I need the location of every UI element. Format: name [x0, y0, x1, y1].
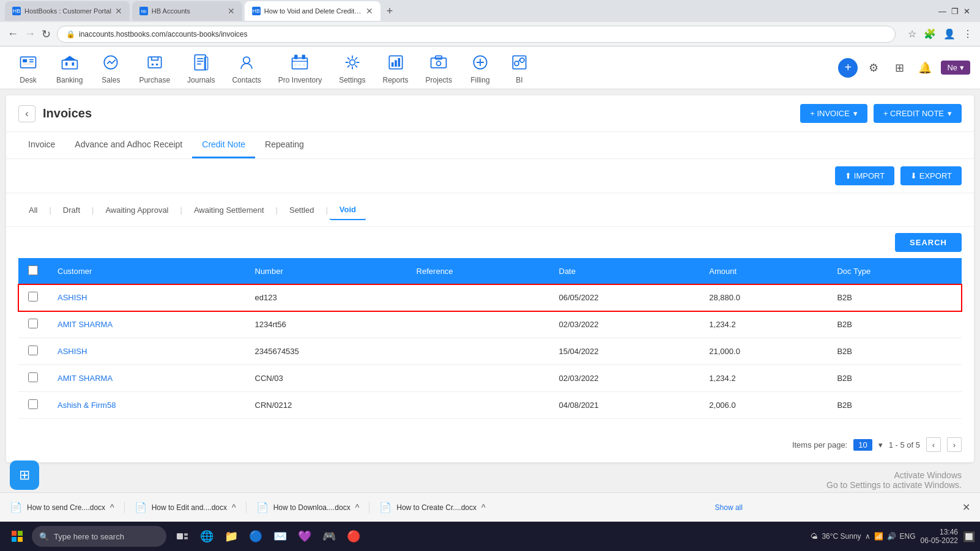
new-tab-button[interactable]: +	[383, 5, 397, 18]
download-bar-close[interactable]: ✕	[962, 501, 970, 513]
download-item-1[interactable]: 📄 How to send Cre....docx ^	[10, 501, 125, 513]
apps-icon-btn[interactable]: ⊞	[889, 58, 909, 78]
refresh-nav[interactable]: ↻	[42, 28, 51, 41]
tab-close-2[interactable]: ✕	[228, 6, 235, 16]
chevron-down-icon[interactable]: ▾	[878, 440, 883, 449]
tab-close-1[interactable]: ✕	[115, 6, 122, 16]
edge-browser-icon[interactable]: 🔵	[245, 525, 267, 547]
search-button[interactable]: SEARCH	[895, 233, 962, 252]
tab-repeating[interactable]: Repeating	[255, 132, 314, 158]
edge-icon[interactable]: 🌐	[196, 525, 218, 547]
nav-bi[interactable]: BI	[501, 46, 538, 89]
row-customer[interactable]: AMIT SHARMA	[48, 311, 245, 338]
nav-pro-inventory[interactable]: Pro Inventory	[271, 46, 329, 89]
bookmark-icon[interactable]: ☆	[908, 28, 916, 40]
row-checkbox-1[interactable]	[28, 319, 38, 328]
row-checkbox-cell[interactable]	[18, 284, 48, 311]
svg-rect-13	[197, 57, 204, 59]
nav-reports[interactable]: Reports	[376, 46, 416, 89]
row-checkbox-4[interactable]	[28, 399, 38, 409]
status-tab-awaiting-settlement[interactable]: Awaiting Settlement	[184, 200, 275, 220]
import-button[interactable]: ⬆ IMPORT	[835, 166, 894, 185]
browser-tab-2[interactable]: hb HB Accounts ✕	[132, 1, 242, 21]
row-customer[interactable]: AMIT SHARMA	[48, 365, 245, 392]
table-row[interactable]: ASHISH 2345674535 15/04/2022 21,000.0 B2…	[18, 338, 962, 365]
chrome-icon[interactable]: 🔴	[343, 525, 365, 547]
extensions-icon[interactable]: 🧩	[924, 28, 936, 40]
mail-icon[interactable]: ✉️	[269, 525, 291, 547]
select-all-checkbox[interactable]	[28, 265, 38, 275]
row-customer[interactable]: ASHISH	[48, 284, 245, 311]
nav-purchase[interactable]: Purchase	[132, 46, 177, 89]
nav-filling[interactable]: Filling	[462, 46, 499, 89]
download-chevron-2[interactable]: ^	[232, 503, 236, 512]
tab-credit-note[interactable]: Credit Note	[192, 132, 255, 158]
row-customer[interactable]: Ashish & Firm58	[48, 392, 245, 419]
status-tab-awaiting-approval[interactable]: Awaiting Approval	[95, 200, 179, 220]
items-per-page-value[interactable]: 10	[853, 439, 872, 451]
back-button[interactable]: ‹	[18, 105, 35, 122]
row-checkbox-cell[interactable]	[18, 392, 48, 419]
grid-view-button[interactable]: ⊞	[10, 460, 39, 490]
user-profile-btn[interactable]: Ne ▾	[941, 61, 970, 75]
tab-invoice[interactable]: Invoice	[18, 132, 65, 158]
row-customer[interactable]: ASHISH	[48, 338, 245, 365]
explorer-icon[interactable]: 📁	[220, 525, 242, 547]
next-page-button[interactable]: ›	[947, 437, 962, 452]
nav-settings[interactable]: Settings	[332, 46, 373, 89]
download-item-2[interactable]: 📄 How to Edit and....docx ^	[135, 501, 247, 513]
export-button[interactable]: ⬇ EXPORT	[900, 166, 962, 185]
invoice-button[interactable]: + INVOICE ▾	[800, 104, 867, 123]
download-item-3[interactable]: 📄 How to Downloa....docx ^	[256, 501, 370, 513]
download-chevron-4[interactable]: ^	[481, 503, 486, 512]
row-checkbox-2[interactable]	[28, 346, 38, 355]
tab-advance[interactable]: Advance and Adhoc Receipt	[65, 132, 192, 158]
status-tab-draft[interactable]: Draft	[53, 200, 91, 220]
nav-banking[interactable]: Banking	[49, 46, 90, 89]
download-item-4[interactable]: 📄 How to Create Cr....docx ^	[379, 501, 495, 513]
status-tab-void[interactable]: Void	[329, 199, 366, 220]
game-icon[interactable]: 🎮	[318, 525, 340, 547]
teams-icon[interactable]: 💜	[294, 525, 316, 547]
add-button[interactable]: +	[838, 58, 858, 78]
browser-tab-1[interactable]: HB HostBooks : Customer Portal ✕	[5, 1, 130, 21]
row-checkbox-3[interactable]	[28, 372, 38, 382]
download-chevron-1[interactable]: ^	[110, 503, 114, 512]
prev-page-button[interactable]: ‹	[926, 437, 941, 452]
address-input[interactable]: 🔒 inaccounts.hostbooks.com/accounts-book…	[57, 26, 896, 43]
task-view-icon[interactable]	[171, 525, 193, 547]
row-checkbox-0[interactable]	[28, 292, 38, 301]
minimize-btn[interactable]: —	[938, 7, 946, 16]
close-btn[interactable]: ✕	[963, 7, 970, 16]
profile-icon[interactable]: 👤	[943, 28, 956, 40]
up-arrow-icon[interactable]: ∧	[865, 532, 870, 541]
gear-icon-btn[interactable]: ⚙	[864, 58, 883, 78]
row-checkbox-cell[interactable]	[18, 338, 48, 365]
show-all-link[interactable]: Show all	[715, 503, 743, 512]
nav-projects[interactable]: Projects	[418, 46, 459, 89]
tab-close-3[interactable]: ✕	[366, 6, 373, 16]
row-checkbox-cell[interactable]	[18, 311, 48, 338]
row-checkbox-cell[interactable]	[18, 365, 48, 392]
credit-note-button[interactable]: + CREDIT NOTE ▾	[874, 104, 962, 123]
status-tab-settled[interactable]: Settled	[279, 200, 324, 220]
forward-nav[interactable]: →	[24, 28, 35, 40]
nav-desk[interactable]: Desk	[10, 46, 46, 89]
restore-btn[interactable]: ❐	[951, 7, 959, 16]
start-button[interactable]	[5, 524, 29, 549]
table-row[interactable]: AMIT SHARMA 1234rt56 02/03/2022 1,234.2 …	[18, 311, 962, 338]
browser-tab-3[interactable]: HB How to Void and Delete Credit N... ✕	[245, 1, 380, 21]
nav-sales[interactable]: Sales	[92, 46, 129, 89]
notifications-icon-btn[interactable]: 🔔	[915, 58, 935, 78]
table-row[interactable]: Ashish & Firm58 CRN/0212 04/08/2021 2,00…	[18, 392, 962, 419]
table-row[interactable]: ASHISH ed123 06/05/2022 28,880.0 B2B	[18, 284, 962, 311]
notification-btn[interactable]: 🔲	[963, 531, 975, 542]
nav-contacts[interactable]: Contacts	[225, 46, 268, 89]
download-chevron-3[interactable]: ^	[355, 503, 360, 512]
menu-icon[interactable]: ⋮	[963, 28, 973, 40]
nav-journals[interactable]: Journals	[180, 46, 222, 89]
table-row[interactable]: AMIT SHARMA CCN/03 02/03/2022 1,234.2 B2…	[18, 365, 962, 392]
taskbar-search[interactable]: 🔍 Type here to search	[32, 526, 166, 547]
back-nav[interactable]: ←	[7, 28, 18, 40]
status-tab-all[interactable]: All	[18, 200, 48, 220]
